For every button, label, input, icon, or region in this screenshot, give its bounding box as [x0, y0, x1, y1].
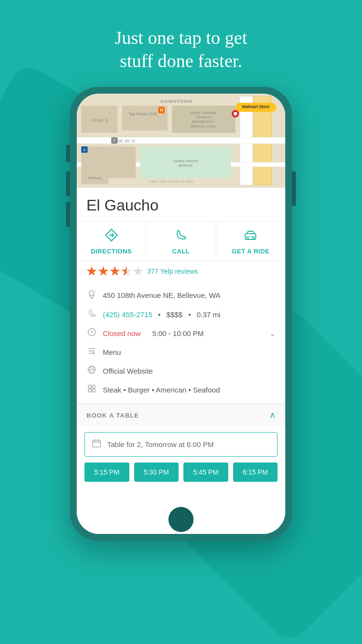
hours-chevron-icon[interactable]: ⌄	[269, 329, 276, 338]
categories-text: Steak • Burger • American • Seafood	[103, 386, 220, 394]
business-name: El Gaucho	[77, 188, 285, 222]
app-content: El Gaucho DIRECTIONS	[77, 188, 285, 534]
book-table-value: Table for 2, Tomorrow at 6:00 PM	[107, 440, 214, 448]
svg-text:Walmart Store: Walmart Store	[242, 104, 270, 109]
phone-screen: 405 405 NE 4th St NE 2nd Pl	[77, 94, 285, 534]
book-table-section: BOOK A TABLE ∧ Table for 2, To	[77, 404, 285, 491]
book-table-title: BOOK A TABLE	[86, 412, 139, 419]
star-4-half	[121, 266, 132, 277]
call-label: CALL	[172, 248, 190, 255]
svg-text:Bellevue: Bellevue	[179, 164, 193, 168]
book-table-input[interactable]: Table for 2, Tomorrow at 6:00 PM	[84, 432, 278, 457]
star-1	[86, 266, 97, 277]
star-rating	[86, 266, 143, 277]
svg-rect-52	[88, 389, 91, 392]
star-2	[98, 266, 109, 277]
ride-icon	[244, 228, 257, 245]
svg-text:Keller Graduate: Keller Graduate	[191, 111, 217, 115]
call-icon	[174, 228, 188, 245]
website-label: Official Website	[103, 367, 153, 375]
time-slot-3[interactable]: 6:15 PM	[233, 462, 278, 482]
menu-label: Menu	[103, 348, 121, 356]
globe-icon	[86, 365, 97, 377]
svg-text:Legal · Maps provided by Apple: Legal · Maps provided by Apple	[149, 180, 194, 183]
svg-text:Management -: Management -	[192, 119, 216, 124]
phone-button-vol-up	[66, 171, 70, 196]
svg-text:Lot No. 3: Lot No. 3	[91, 118, 108, 123]
svg-text:Bellevue Center: Bellevue Center	[191, 124, 217, 128]
directions-button[interactable]: DIRECTIONS	[77, 222, 146, 261]
star-5-empty	[133, 266, 143, 277]
svg-point-40	[252, 238, 254, 239]
categories-row: Steak • Burger • American • Seafood	[77, 380, 285, 399]
phone-mockup: 405 405 NE 4th St NE 2nd Pl	[0, 87, 362, 541]
phone-icon	[86, 309, 97, 320]
clock-icon	[86, 328, 97, 339]
header-section: Just one tap to get stuff done faster.	[0, 0, 362, 87]
svg-point-39	[247, 238, 249, 239]
category-icon	[86, 384, 97, 395]
phone-row[interactable]: (425) 455-2715 • $$$$ • 0.37 mi	[77, 305, 285, 324]
address-row[interactable]: 450 108th Avenue NE, Bellevue, WA	[77, 285, 285, 305]
hours-row[interactable]: Closed now 5:00 - 10:00 PM ⌄	[77, 324, 285, 343]
calendar-icon	[92, 438, 101, 450]
phone-body: 405 405 NE 4th St NE 2nd Pl	[70, 87, 292, 541]
svg-rect-50	[88, 385, 91, 388]
phone-number[interactable]: (425) 455-2715	[103, 310, 153, 319]
price-dot: •	[158, 310, 161, 319]
svg-rect-7	[77, 137, 285, 143]
star-3	[110, 266, 120, 277]
price-level: $$$$	[167, 310, 182, 319]
get-a-ride-button[interactable]: GET A RIDE	[216, 222, 285, 261]
svg-rect-54	[93, 440, 100, 447]
menu-row[interactable]: Menu	[77, 343, 285, 362]
svg-text:NE 4th St: NE 4th St	[118, 139, 136, 143]
header-title: Just one tap to get stuff done faster.	[0, 27, 362, 72]
distance-dot: •	[188, 310, 191, 319]
time-slot-1[interactable]: 5:30 PM	[134, 462, 179, 482]
address-icon	[86, 289, 97, 301]
website-row[interactable]: Official Website	[77, 362, 285, 380]
phone-button-power	[292, 171, 296, 206]
review-count-text: 377 Yelp reviews	[147, 267, 198, 275]
svg-text:Seattle Marriott: Seattle Marriott	[173, 159, 198, 163]
action-buttons-row: DIRECTIONS CALL	[77, 222, 285, 261]
reviews-row[interactable]: 377 Yelp reviews	[77, 261, 285, 281]
directions-label: DIRECTIONS	[91, 248, 132, 255]
svg-rect-51	[92, 385, 95, 388]
map-svg: 405 405 NE 4th St NE 2nd Pl	[77, 94, 285, 188]
phone-button-mute	[66, 145, 70, 162]
svg-text:P: P	[113, 139, 115, 143]
svg-text:Tap House Grill: Tap House Grill	[128, 112, 156, 116]
time-slot-0[interactable]: 5:15 PM	[84, 462, 129, 482]
phone-button-vol-down	[66, 202, 70, 227]
time-slots-row: 5:15 PM 5:30 PM 5:45 PM 6:15 PM	[77, 462, 285, 491]
info-section: 450 108th Avenue NE, Bellevue, WA (425) …	[77, 281, 285, 404]
book-chevron-icon[interactable]: ∧	[269, 410, 276, 420]
hours-time-value: 5:00 - 10:00 PM	[152, 329, 204, 337]
directions-icon	[105, 228, 118, 245]
ride-label: GET A RIDE	[232, 248, 269, 255]
svg-point-31	[234, 112, 237, 116]
map-area[interactable]: 405 405 NE 4th St NE 2nd Pl	[77, 94, 285, 188]
call-button[interactable]: CALL	[146, 222, 216, 261]
address-text: 450 108th Avenue NE, Bellevue, WA	[103, 291, 221, 299]
svg-text:School of: School of	[196, 115, 211, 119]
svg-rect-53	[92, 389, 95, 392]
time-slot-2[interactable]: 5:45 PM	[183, 462, 228, 482]
book-table-header[interactable]: BOOK A TABLE ∧	[77, 404, 285, 426]
svg-text:DOWNTOWN: DOWNTOWN	[161, 98, 193, 104]
svg-text:H: H	[160, 108, 163, 112]
distance: 0.37 mi	[196, 310, 220, 319]
svg-text:Safeway: Safeway	[88, 176, 102, 180]
svg-point-42	[89, 291, 94, 295]
menu-icon	[86, 347, 97, 358]
hours-status: Closed now	[103, 329, 140, 337]
svg-text:S: S	[83, 148, 85, 152]
phone-home-button[interactable]	[168, 507, 194, 532]
